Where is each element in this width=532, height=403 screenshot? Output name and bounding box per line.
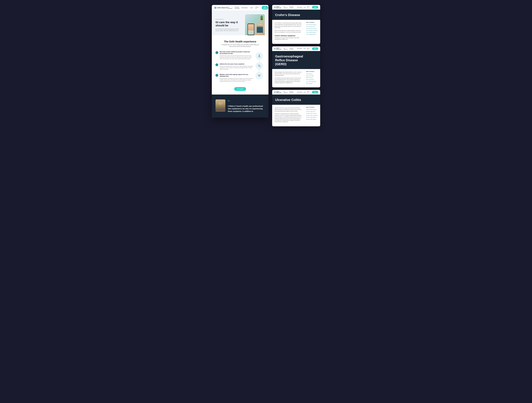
gerd-toc-link-5[interactable]: GERD treatment [306,83,318,84]
quote-text: “ I FINALLY found a health care professi… [228,99,265,113]
brand-name: OSHI HEALTH [276,6,284,8]
gerd-article-browser: OSHI HEALTH Our Approach Pricing & Insur… [272,46,320,87]
step-body-3: We go at your pace, providing you with a… [220,78,254,82]
gerd-toc-link-0[interactable]: GERD symptoms [306,73,318,75]
article-nav-links: Our Approach Pricing & Insurance Partner… [284,47,318,50]
crohns-main: Crohn's disease is an inflammatory bowel… [272,20,304,44]
svg-point-0 [259,55,260,56]
uc-nav-logo[interactable]: OSHI HEALTH [274,91,284,93]
nav-get-started-button[interactable]: Get Started [312,91,318,94]
uc-nav: OSHI HEALTH Our Approach Pricing & Insur… [272,90,320,95]
nav-learn[interactable]: Learn [304,48,306,49]
gerd-toc-link-2[interactable]: GERD risk factors [306,77,318,78]
nav-about-us[interactable]: About Us [307,6,310,8]
logo-inner [274,48,275,49]
article-nav-links: Our Approach Pricing & Insurance Partner… [284,91,318,94]
hero-image [245,14,265,35]
crohns-nav-logo[interactable]: OSHI HEALTH [274,6,284,8]
crohns-toc-link-2[interactable]: Crohn's disease risk factors [306,28,318,29]
phone-mockup [247,24,254,35]
crohns-toc-link-0[interactable]: Crohn's disease symptoms [306,24,318,25]
nav-pricing[interactable]: Pricing & Insurance [289,6,296,8]
uc-toc-title: Table of Contents [306,107,318,108]
logo-circle [274,48,276,50]
nav-pricing[interactable]: Pricing & Insurance [289,91,296,93]
nav-our-approach[interactable]: Our Approach [284,48,288,50]
experience-section: The Oshi Health experience An integrated… [212,35,268,95]
logo-circle [214,7,216,9]
nav-partnerships[interactable]: Partnerships ▾ [241,7,248,8]
gerd-title: Gastroesophageal Reflux Disease (GERD) [275,54,302,66]
nav-learn[interactable]: Learn ▾ [250,7,253,8]
logo-circle [274,91,276,93]
nav-get-started-button[interactable]: Get Started [262,6,268,10]
uc-article-browser: OSHI HEALTH Our Approach Pricing & Insur… [272,90,320,126]
gerd-article-content: Gastroesophageal reflux disease (GERD) i… [272,69,320,87]
gerd-nav-logo[interactable]: OSHI HEALTH [274,47,284,50]
uc-toc-link-0[interactable]: Ulcerative colitis symptoms [306,109,318,110]
doctor-icon [258,54,261,58]
nav-about-us[interactable]: About Us [307,48,310,50]
uc-toc-link-5[interactable]: Ulcerative colitis treatment [306,119,318,120]
crohns-toc-link-1[interactable]: Crohn's disease causes [306,26,318,27]
nav-about-us[interactable]: About Us [307,91,310,93]
hero-subtitle: A revolutionary new approach that helps … [215,28,243,32]
nav-partnerships[interactable]: Partnerships [297,48,302,49]
gerd-toc-link-3[interactable]: GERD complications [306,79,318,80]
nav-get-started-button[interactable]: Get Started [312,47,318,50]
step-icon-3 [255,72,263,79]
step-title-3: Maintain control with ongoing support fr… [220,74,254,77]
uc-main: Ulcerative colitis (UC) is a type of inf… [272,105,304,126]
logo-inner [274,7,275,8]
gerd-nav: OSHI HEALTH Our Approach Pricing & Insur… [272,46,320,51]
nav-get-started-button[interactable]: Get Started [312,6,318,9]
svg-line-4 [260,66,260,67]
gerd-body-1: Gastroesophageal reflux disease (GERD) i… [275,72,302,76]
step-body-2: Meet with your dedicated team of GI prov… [220,65,254,70]
step-icon-2 [255,62,263,70]
nav-pricing[interactable]: Pricing & Insurance [235,6,240,9]
article-nav-links: Our Approach Pricing & Insurance Partner… [284,6,318,9]
gerd-body-2: This backflow action usually happens bec… [275,77,302,84]
gerd-article-header: Gastroesophageal Reflux Disease (GERD) [272,51,320,69]
nav-partnerships[interactable]: Partnerships [297,91,302,93]
brand-name: OSHI HEALTH [276,91,284,93]
nav-partnerships[interactable]: Partnerships [297,7,302,8]
crohns-toc-link-3[interactable]: Crohn's disease complications [306,30,318,31]
gerd-toc-title: Table of Contents [306,71,318,72]
crohns-toc-link-4[interactable]: Crohn's disease diagnosis [306,32,318,33]
step-1: 1 Meet with a board-certified GI provide… [215,51,254,59]
section-subtitle: An integrated team of GI experts working… [221,44,260,47]
gerd-main: Gastroesophageal reflux disease (GERD) i… [272,69,304,87]
main-nav-logo[interactable]: OSHI HEALTH [214,7,228,9]
uc-toc-link-1[interactable]: Ulcerative colitis causes [306,111,318,112]
uc-toc-link-3[interactable]: Ulcerative colitis complications [306,115,318,116]
search-medical-icon [258,64,261,68]
nav-about-us[interactable]: About Us ▾ [255,6,259,9]
brand-name: OSHI HEALTH [276,47,284,50]
step-number-2: 2 [215,64,218,66]
nav-learn[interactable]: Learn [304,7,306,8]
step-2: 2 Address the root cause of your symptom… [215,63,254,70]
chevron-down-icon: ▾ [253,7,253,8]
uc-toc-link-2[interactable]: Ulcerative colitis risk factors [306,113,318,114]
nav-our-approach[interactable]: Our Approach ▾ [228,6,233,9]
hero-section: OUR APPROACH GI care the way it should b… [212,11,268,35]
gerd-toc-link-4[interactable]: How is GERD diagnosed? [306,81,318,82]
experience-cta-button[interactable]: Get Started [234,87,246,91]
brand-name: OSHI HEALTH [217,7,228,8]
nav-links: Our Approach ▾ Pricing & Insurance Partn… [228,6,268,10]
nav-our-approach[interactable]: Our Approach [284,91,288,93]
hero-title: GI care the way it should be [215,21,243,27]
quote-section: “ I FINALLY found a health care professi… [212,95,268,117]
uc-body-2: People with UC typically experience a gr… [275,113,302,123]
nav-pricing[interactable]: Pricing & Insurance [289,48,296,50]
heart-care-icon [258,74,261,77]
right-article-panels: OSHI HEALTH Our Approach Pricing & Insur… [272,5,320,126]
crohns-toc-link-5[interactable]: Crohn's disease treatment [306,34,318,35]
gerd-toc-link-1[interactable]: What causes GERD [306,75,318,77]
uc-toc-link-4[interactable]: Ulcerative colitis diagnosis [306,117,318,118]
nav-our-approach[interactable]: Our Approach [284,6,288,8]
nav-learn[interactable]: Learn [304,91,306,93]
step-title-1: Meet with a board-certified GI provider … [220,51,254,54]
